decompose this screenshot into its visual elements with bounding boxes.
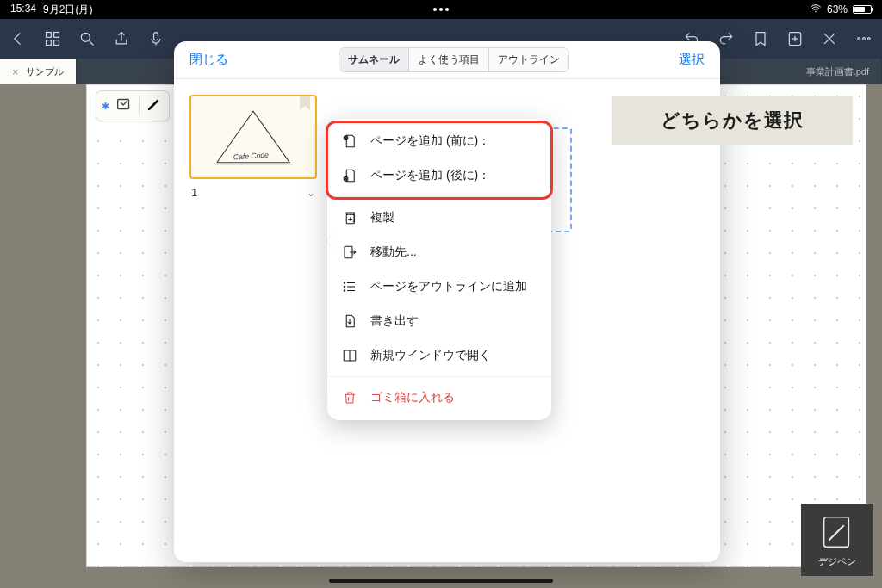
svg-point-14 — [863, 38, 866, 40]
menu-add-to-outline[interactable]: ページをアウトラインに追加 — [327, 269, 551, 304]
svg-point-31 — [344, 282, 345, 284]
mini-toolbar: ✱ — [96, 90, 170, 121]
segment-thumbnail[interactable]: サムネール — [339, 48, 408, 71]
search-icon[interactable] — [78, 29, 96, 48]
menu-export[interactable]: 書き出す — [327, 304, 551, 338]
menu-label: 書き出す — [370, 313, 419, 329]
page-thumbnail[interactable]: Cafe Code — [189, 95, 317, 179]
mic-icon[interactable] — [146, 29, 165, 48]
thumb-handwriting: Cafe Code — [233, 151, 269, 162]
page-context-menu: ページを追加 (前に)： ページを追加 (後に)： 複製 移動先... ページを… — [327, 119, 551, 420]
svg-point-32 — [344, 286, 345, 288]
pen-tool-icon[interactable] — [145, 95, 164, 117]
share-icon[interactable] — [112, 29, 131, 48]
add-page-after-icon — [341, 167, 358, 184]
svg-rect-1 — [47, 33, 52, 38]
tab-sample[interactable]: × サンプル — [0, 59, 77, 84]
select-button[interactable]: 選択 — [674, 48, 710, 71]
menu-trash[interactable]: ゴミ箱に入れる — [327, 381, 551, 415]
home-indicator[interactable] — [329, 579, 553, 583]
menu-add-page-after[interactable]: ページを追加 (後に)： — [327, 158, 551, 193]
close-button[interactable]: 閉じる — [184, 48, 233, 71]
menu-label: 新規ウインドウで開く — [370, 348, 491, 363]
watermark-logo: デジペン — [801, 504, 873, 576]
menu-add-page-before[interactable]: ページを追加 (前に)： — [327, 124, 551, 158]
move-icon — [341, 244, 358, 261]
svg-point-0 — [815, 11, 817, 13]
status-date: 9月2日(月) — [43, 3, 92, 17]
page-number-row[interactable]: 1 ⌄ — [189, 186, 317, 199]
svg-point-15 — [868, 38, 871, 40]
wifi-icon — [810, 3, 822, 15]
grid-icon[interactable] — [43, 29, 62, 48]
menu-label: 複製 — [370, 210, 394, 226]
battery-icon — [853, 5, 872, 14]
svg-rect-2 — [54, 33, 59, 38]
svg-point-5 — [81, 33, 90, 41]
menu-label: ゴミ箱に入れる — [370, 390, 455, 405]
add-page-before-icon — [341, 133, 358, 150]
svg-line-6 — [90, 41, 94, 46]
duplicate-icon — [341, 209, 358, 226]
menu-open-new-window[interactable]: 新規ウインドウで開く — [327, 338, 551, 373]
logo-text: デジペン — [818, 555, 856, 568]
view-segmented-control: サムネール よく使う項目 アウトライン — [339, 47, 569, 72]
chevron-down-icon[interactable]: ⌄ — [307, 187, 315, 199]
close-icon[interactable] — [820, 29, 839, 48]
tab-close-icon[interactable]: × — [12, 65, 19, 78]
svg-point-33 — [344, 290, 345, 292]
svg-point-13 — [858, 38, 860, 40]
export-icon — [341, 313, 358, 330]
add-page-icon[interactable] — [786, 29, 804, 48]
page-number: 1 — [191, 186, 197, 199]
battery-percentage: 63% — [827, 3, 848, 15]
selection-tool-icon[interactable] — [115, 95, 134, 117]
menu-label: ページを追加 (後に)： — [370, 168, 490, 183]
back-icon[interactable] — [9, 29, 28, 48]
more-icon[interactable] — [854, 29, 873, 48]
segment-outline[interactable]: アウトライン — [488, 48, 568, 71]
tab-label: サンプル — [26, 65, 64, 78]
outline-icon — [341, 278, 358, 295]
menu-label: ページをアウトラインに追加 — [370, 279, 527, 294]
status-time: 15:34 — [10, 3, 36, 17]
tab-label: 事業計画書.pdf — [806, 65, 869, 78]
status-bar: 15:34 9月2日(月) 63% — [0, 0, 882, 19]
menu-duplicate[interactable]: 複製 — [327, 201, 551, 235]
svg-line-37 — [829, 525, 843, 540]
bookmark-icon[interactable] — [751, 29, 770, 48]
segment-favorites[interactable]: よく使う項目 — [408, 48, 488, 71]
menu-label: ページを追加 (前に)： — [370, 133, 490, 149]
multitask-dots[interactable] — [433, 8, 449, 11]
svg-rect-7 — [154, 33, 158, 40]
window-icon — [341, 347, 358, 364]
tab-document[interactable]: 事業計画書.pdf — [794, 59, 882, 84]
bluetooth-icon: ✱ — [102, 101, 109, 112]
trash-icon — [341, 389, 358, 406]
menu-move-to[interactable]: 移動先... — [327, 235, 551, 269]
svg-rect-3 — [47, 40, 52, 46]
menu-label: 移動先... — [370, 244, 417, 260]
redo-icon[interactable] — [717, 29, 736, 48]
instruction-annotation: どちらかを選択 — [612, 96, 853, 145]
svg-rect-4 — [54, 40, 59, 46]
